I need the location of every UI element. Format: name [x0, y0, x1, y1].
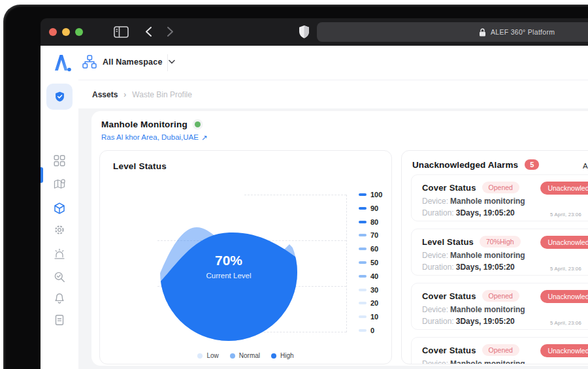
duration-label: Duration:: [422, 208, 454, 217]
namespace-selector[interactable]: All Namespace: [82, 55, 175, 69]
alarm-device-row: Device:Manhole monitoring: [422, 305, 525, 314]
alarms-card: Unacknowledged Alarms 5 All Cover Status…: [401, 150, 588, 364]
header-divider: [167, 54, 168, 71]
alarm-siren-icon[interactable]: [54, 248, 65, 260]
axis-tick: 90: [359, 204, 382, 212]
shield-extension-icon[interactable]: [299, 25, 310, 39]
gauge-value: 70%: [215, 253, 242, 268]
legend-label: Low: [206, 352, 218, 359]
breadcrumb-current: Waste Bin Profile: [132, 90, 192, 99]
legend-item-low[interactable]: Low: [197, 352, 218, 359]
alarm-card[interactable]: Cover Status Opened Unacknowledged Devic…: [411, 283, 588, 330]
tick-value: 40: [370, 272, 378, 280]
axis-tick: 70: [359, 231, 382, 239]
legend-label: High: [280, 352, 294, 359]
axis-tick: 20: [359, 299, 382, 307]
chevron-down-icon: [169, 59, 175, 64]
breadcrumb-separator: ›: [123, 90, 126, 99]
view-all-link[interactable]: All: [583, 162, 588, 170]
sidebar-toggle-icon[interactable]: [114, 25, 129, 39]
asset-panel: Manhole Monitoring Ras Al khor Area, Dub…: [91, 111, 588, 366]
sidebar: [41, 80, 78, 369]
zoom-button[interactable]: [75, 28, 83, 36]
tick-dash-icon: [359, 275, 367, 278]
alarm-timestamp: 5 April, 23:06: [550, 212, 581, 217]
device-label: Device:: [422, 197, 448, 206]
alarm-card[interactable]: Cover Status Opened Unacknowledged Devic…: [411, 337, 588, 364]
notification-bell-icon[interactable]: [54, 293, 65, 304]
axis-tick: 80: [359, 218, 382, 226]
assets-cube-icon[interactable]: [54, 202, 65, 214]
alarm-duration-row: Duration:3Days, 19:05:20: [422, 263, 515, 272]
tick-value: 70: [370, 231, 378, 239]
legend-dot-icon: [197, 353, 203, 359]
alarm-list: Cover Status Opened Unacknowledged Devic…: [411, 174, 588, 364]
axis-tick: 100: [359, 191, 382, 199]
alarm-device-row: Device:Manhole monitoring: [422, 197, 525, 206]
tick-dash-icon: [359, 221, 367, 223]
gridline: [346, 195, 347, 332]
legend-item-high[interactable]: High: [271, 352, 294, 359]
alarm-duration-row: Duration:3Days, 19:05:20: [422, 208, 515, 217]
unacknowledged-pill[interactable]: Unacknowledged: [540, 236, 588, 249]
device-label: Device:: [422, 359, 448, 364]
gauge-caption: Current Level: [206, 272, 251, 280]
address-bar[interactable]: ALEF 360° Platform: [317, 22, 588, 42]
tick-dash-icon: [359, 207, 367, 210]
zone-legend: LowNormalHigh: [100, 352, 391, 359]
legend-label: Normal: [239, 352, 260, 359]
window-controls: [49, 28, 83, 36]
alarm-status-pill: Opened: [482, 344, 519, 356]
content-area: Manhole Monitoring Ras Al khor Area, Dub…: [78, 108, 588, 369]
alarm-timestamp: 5 April, 23:06: [550, 320, 581, 326]
alarm-card[interactable]: Cover Status Opened Unacknowledged Devic…: [411, 174, 588, 221]
liquid-gauge-chart: 70% Current Level: [131, 193, 327, 347]
level-card-title: Level Status: [113, 161, 167, 171]
device-value: Manhole monitoring: [450, 305, 525, 314]
tick-dash-icon: [359, 289, 367, 291]
namespace-label: All Namespace: [103, 57, 163, 67]
sidebar-item-security[interactable]: [46, 84, 73, 110]
minimize-button[interactable]: [62, 28, 70, 36]
unacknowledged-pill[interactable]: Unacknowledged: [540, 290, 588, 303]
app-window: All Namespace: [41, 46, 588, 369]
unacknowledged-pill[interactable]: Unacknowledged: [540, 182, 588, 195]
alarm-card[interactable]: Level Status 70%High Unacknowledged Devi…: [411, 229, 588, 276]
tick-value: 80: [370, 218, 378, 226]
shield-check-icon: [54, 91, 65, 103]
legend-item-normal[interactable]: Normal: [230, 352, 260, 359]
alarm-status-pill: Opened: [482, 182, 519, 193]
duration-label: Duration:: [422, 317, 454, 326]
level-status-card: Level Status 70% Current Level: [99, 150, 392, 364]
duration-label: Duration:: [422, 263, 454, 272]
browser-toolbar: ALEF 360° Platform: [41, 18, 588, 46]
page-title: Manhole Monitoring: [101, 120, 188, 129]
tick-dash-icon: [359, 234, 367, 236]
dashboard-icon[interactable]: [54, 155, 65, 167]
location-link[interactable]: Ras Al khor Area, Dubai,UAE ↗: [101, 133, 208, 142]
alarm-duration-row: Duration:3Days, 19:05:20: [422, 317, 515, 326]
location-text: Ras Al khor Area, Dubai,UAE: [101, 133, 199, 142]
alarms-count-badge: 5: [525, 159, 539, 170]
report-doc-icon[interactable]: [54, 314, 65, 326]
settings-gear-icon[interactable]: [54, 224, 65, 236]
tick-value: 20: [370, 299, 378, 307]
axis-tick: 0: [359, 327, 382, 334]
alarm-device-row: Device:Manhole monitoring: [422, 251, 525, 260]
tick-value: 10: [370, 313, 378, 321]
audit-search-icon[interactable]: [54, 271, 65, 283]
close-button[interactable]: [49, 28, 57, 36]
forward-icon[interactable]: [167, 26, 174, 37]
alef-logo[interactable]: [54, 53, 72, 72]
alarm-status-pill: Opened: [482, 290, 519, 302]
device-value: Manhole monitoring: [450, 251, 525, 260]
breadcrumb: Assets › Waste Bin Profile: [78, 80, 588, 108]
address-text: ALEF 360° Platform: [491, 28, 555, 36]
back-icon[interactable]: [145, 26, 152, 37]
duration-value: 3Days, 19:05:20: [456, 208, 515, 217]
breadcrumb-assets[interactable]: Assets: [92, 90, 118, 99]
map-icon[interactable]: [54, 178, 65, 190]
unacknowledged-pill[interactable]: Unacknowledged: [540, 344, 588, 357]
gauge-axis: 1009080706050403020100: [359, 191, 382, 334]
legend-dot-icon: [230, 353, 235, 359]
